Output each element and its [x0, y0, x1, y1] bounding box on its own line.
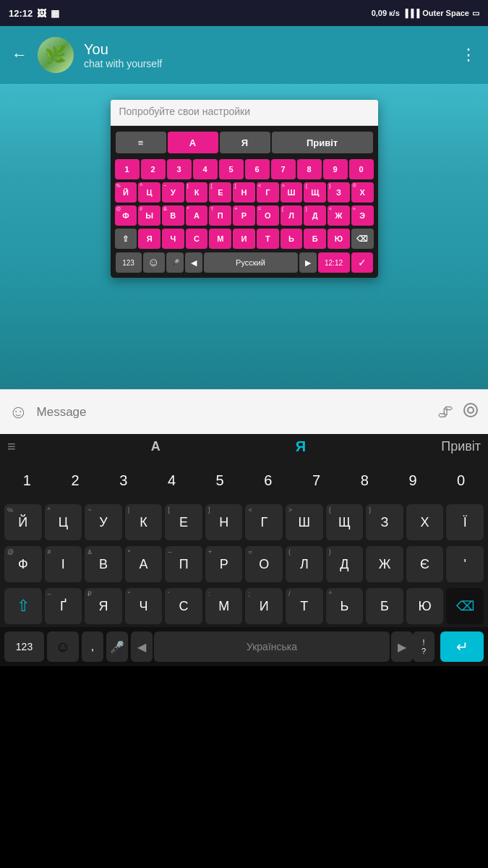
dk-я[interactable]: ₽Я: [85, 588, 122, 624]
pk-г[interactable]: <Г: [257, 182, 279, 203]
dk-123-button[interactable]: 123: [4, 631, 44, 662]
dk-щ[interactable]: {Щ: [326, 504, 364, 540]
back-button[interactable]: ←: [12, 46, 27, 64]
pk-backspace[interactable]: ⌫: [351, 229, 374, 249]
dk-п[interactable]: –П: [165, 546, 202, 582]
pk-е[interactable]: [Е: [209, 182, 231, 203]
pk-num-8[interactable]: 8: [297, 159, 322, 179]
dk-num-2[interactable]: 2: [53, 462, 98, 498]
dk-suggest-pryvit[interactable]: Привіт: [441, 439, 481, 454]
pk-num-5[interactable]: 5: [219, 159, 244, 179]
dk-num-1[interactable]: 1: [4, 462, 50, 498]
dk-backspace-key[interactable]: ⌫: [446, 588, 484, 624]
dk-о[interactable]: =О: [245, 546, 283, 582]
pk-й[interactable]: %Й: [115, 182, 137, 203]
dk-л[interactable]: (Л: [286, 546, 323, 582]
pk-о[interactable]: =О: [257, 205, 279, 226]
dk-р[interactable]: +Р: [205, 546, 243, 582]
pk-left-btn[interactable]: ◀: [185, 252, 202, 273]
dk-а[interactable]: *А: [125, 546, 163, 582]
dk-й[interactable]: %Й: [4, 504, 42, 540]
pk-я[interactable]: Я: [138, 229, 160, 249]
dk-num-3[interactable]: 3: [100, 462, 146, 498]
pk-ж[interactable]: «Ж: [328, 205, 350, 226]
pk-к[interactable]: |К: [186, 182, 208, 203]
pk-ш[interactable]: >Ш: [281, 182, 303, 203]
dk-ґ[interactable]: –Ґ: [45, 588, 82, 624]
pk-м[interactable]: М: [209, 229, 231, 249]
dk-н[interactable]: ]Н: [205, 504, 243, 540]
dk-с[interactable]: 'С: [165, 588, 202, 624]
pk-ya-key[interactable]: Я: [220, 132, 270, 153]
dk-у[interactable]: ~У: [85, 504, 122, 540]
dk-и[interactable]: ;И: [245, 588, 283, 624]
dk-shift-key[interactable]: ⇧: [4, 588, 42, 624]
dk-б[interactable]: Б: [366, 588, 403, 624]
pk-и[interactable]: И: [233, 229, 255, 249]
dk-і[interactable]: #І: [45, 546, 82, 582]
pk-num-0[interactable]: 0: [349, 159, 374, 179]
pk-num-9[interactable]: 9: [323, 159, 348, 179]
popup-input[interactable]: Попробуйте свои настройки: [111, 100, 378, 126]
pk-ь[interactable]: Ь: [281, 229, 303, 249]
pk-ы[interactable]: #Ы: [138, 205, 160, 226]
dk-quote[interactable]: ': [446, 546, 484, 582]
pk-num-1[interactable]: 1: [115, 159, 140, 179]
pk-num-7[interactable]: 7: [271, 159, 296, 179]
dk-menu-icon[interactable]: ≡: [7, 438, 16, 455]
dk-num-0[interactable]: 0: [438, 462, 484, 498]
pk-п[interactable]: †П: [209, 205, 231, 226]
avatar[interactable]: 🌿: [38, 37, 74, 73]
pk-lang-btn[interactable]: Русский: [204, 252, 298, 273]
dk-д[interactable]: )Д: [326, 546, 364, 582]
dk-в[interactable]: &В: [85, 546, 122, 582]
pk-н[interactable]: ]Н: [233, 182, 255, 203]
pk-emoji-btn[interactable]: ☺: [143, 252, 165, 273]
dk-ш[interactable]: >Ш: [286, 504, 323, 540]
more-options-button[interactable]: ⋮: [461, 46, 476, 64]
dk-г[interactable]: <Г: [245, 504, 283, 540]
pk-р[interactable]: +Р: [233, 205, 255, 226]
dk-num-7[interactable]: 7: [294, 462, 339, 498]
pk-т[interactable]: Т: [257, 229, 279, 249]
pk-menu-key[interactable]: ≡: [116, 132, 166, 153]
dk-num-8[interactable]: 8: [342, 462, 388, 498]
dk-num-4[interactable]: 4: [149, 462, 194, 498]
pk-э[interactable]: »Э: [351, 205, 374, 226]
message-input[interactable]: [37, 405, 429, 420]
dk-ц[interactable]: ^Ц: [45, 504, 82, 540]
dk-mic-button[interactable]: 🎤: [106, 631, 128, 662]
pk-з[interactable]: }З: [328, 182, 350, 203]
pk-ц[interactable]: ^Ц: [138, 182, 160, 203]
dk-є[interactable]: Є: [406, 546, 444, 582]
dk-з[interactable]: }З: [366, 504, 403, 540]
dk-language-button[interactable]: Українська: [154, 631, 390, 662]
camera-button[interactable]: [462, 401, 479, 423]
dk-х[interactable]: Х: [406, 504, 444, 540]
dk-num-6[interactable]: 6: [246, 462, 291, 498]
pk-у[interactable]: ~У: [162, 182, 184, 203]
pk-л[interactable]: (Л: [281, 205, 303, 226]
pk-mic-btn[interactable]: 🎤: [166, 252, 184, 273]
pk-num-4[interactable]: 4: [193, 159, 218, 179]
dk-ф[interactable]: @Ф: [4, 546, 42, 582]
dk-ї[interactable]: Ї: [446, 504, 484, 540]
dk-м[interactable]: :М: [205, 588, 243, 624]
pk-num-3[interactable]: 3: [167, 159, 192, 179]
pk-а[interactable]: *А: [186, 205, 208, 226]
dk-ч[interactable]: "Ч: [125, 588, 163, 624]
dk-excl-key[interactable]: !?: [413, 631, 435, 662]
pk-num-6[interactable]: 6: [245, 159, 270, 179]
pk-num-2[interactable]: 2: [141, 159, 166, 179]
emoji-button[interactable]: ☺: [9, 401, 28, 423]
pk-123-btn[interactable]: 123: [116, 252, 142, 273]
pk-pryvit-key[interactable]: Привіт: [272, 132, 373, 153]
dk-к[interactable]: |К: [125, 504, 163, 540]
dk-emoji-button[interactable]: ☺: [47, 631, 79, 662]
dk-right-button[interactable]: ▶: [391, 631, 413, 662]
dk-т[interactable]: /Т: [286, 588, 323, 624]
dk-comma-key[interactable]: ,: [82, 631, 103, 662]
dk-enter-button[interactable]: ↵: [440, 631, 484, 662]
pk-shift[interactable]: ⇧: [115, 229, 137, 249]
pk-ф[interactable]: @Ф: [115, 205, 137, 226]
